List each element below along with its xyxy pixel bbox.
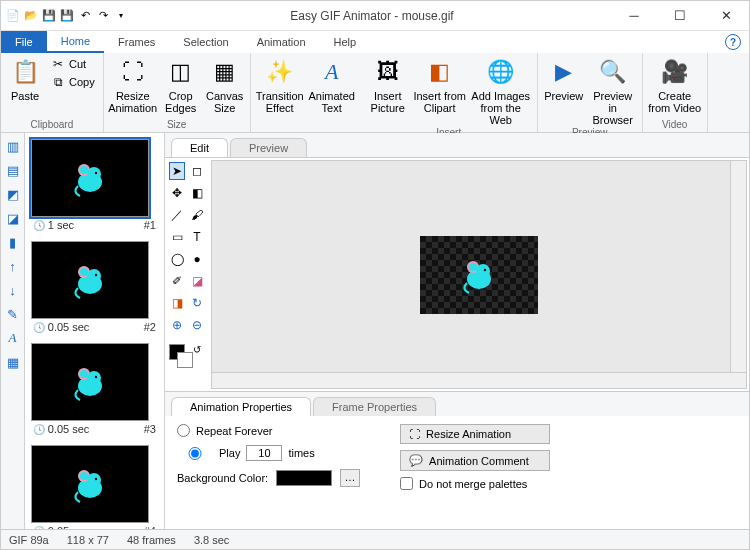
pointer-tool[interactable]: ➤ xyxy=(169,162,185,180)
repeat-forever-radio[interactable]: Repeat Forever xyxy=(177,424,360,437)
copy-icon: ⧉ xyxy=(51,75,65,89)
play-count-input[interactable] xyxy=(246,445,282,461)
transition-effect-button[interactable]: ✨Transition Effect xyxy=(255,56,305,114)
frame-item[interactable]: 0.05 sec#3 xyxy=(31,343,158,435)
qat-open-icon[interactable]: 📂 xyxy=(23,8,39,24)
move-tool[interactable]: ✥ xyxy=(169,184,185,202)
preview-tab[interactable]: Preview xyxy=(230,138,307,157)
wand-icon: ✨ xyxy=(266,58,294,86)
background-swatch[interactable] xyxy=(177,352,193,368)
lefttool-up-icon[interactable]: ↑ xyxy=(4,257,22,275)
tab-home[interactable]: Home xyxy=(47,31,104,53)
horizontal-scrollbar[interactable] xyxy=(212,372,746,388)
comment-icon: 💬 xyxy=(409,454,423,467)
eyedropper-tool[interactable]: ✐ xyxy=(169,272,185,290)
maximize-button[interactable]: ☐ xyxy=(657,1,703,31)
svg-point-9 xyxy=(95,274,97,276)
frame-thumbnail[interactable] xyxy=(31,445,149,523)
frame-index: #3 xyxy=(144,423,156,435)
canvas-frame[interactable] xyxy=(420,236,538,314)
resize-animation-button-2[interactable]: ⛶Resize Animation xyxy=(400,424,550,444)
properties-body: Repeat Forever Play times Background Col… xyxy=(165,416,749,529)
crop-edges-button[interactable]: ◫Crop Edges xyxy=(160,56,202,114)
lefttool-4[interactable]: ◪ xyxy=(4,209,22,227)
preview-browser-button[interactable]: 🔍Preview in Browser xyxy=(588,56,638,126)
bg-swatch[interactable] xyxy=(276,470,332,486)
lefttool-text-icon[interactable]: A xyxy=(4,329,22,347)
fill-tool[interactable]: ● xyxy=(189,250,205,268)
bg-picker-button[interactable]: … xyxy=(340,469,360,487)
lefttool-grid-icon[interactable]: ▦ xyxy=(4,353,22,371)
tab-frames[interactable]: Frames xyxy=(104,31,169,53)
animation-properties-tab[interactable]: Animation Properties xyxy=(171,397,311,416)
zoom-out-tool[interactable]: ⊖ xyxy=(189,316,205,334)
status-dimensions: 118 x 77 xyxy=(67,534,109,546)
frame-thumbnail[interactable] xyxy=(31,241,149,319)
lefttool-edit-icon[interactable]: ✎ xyxy=(4,305,22,323)
edit-tab[interactable]: Edit xyxy=(171,138,228,157)
crop-icon: ◫ xyxy=(167,58,195,86)
tab-selection[interactable]: Selection xyxy=(169,31,242,53)
flip-h-tool[interactable]: ◨ xyxy=(169,294,185,312)
ellipse-tool[interactable]: ◯ xyxy=(169,250,185,268)
color-swatches[interactable]: ↺ xyxy=(169,344,205,370)
frame-thumbnail[interactable] xyxy=(31,343,149,421)
qat-undo-icon[interactable]: ↶ xyxy=(77,8,93,24)
play-n-times-radio[interactable]: Play times xyxy=(177,445,360,461)
copy-button[interactable]: ⧉Copy xyxy=(47,74,99,90)
canvas-viewport[interactable] xyxy=(211,160,747,389)
frame-index: #1 xyxy=(144,219,156,231)
no-merge-palettes-checkbox[interactable]: Do not merge palettes xyxy=(400,477,550,490)
marquee-tool[interactable]: ◻ xyxy=(189,162,205,180)
animation-comment-button[interactable]: 💬Animation Comment xyxy=(400,450,550,471)
menu-tabs: File Home Frames Selection Animation Hel… xyxy=(1,31,749,53)
lefttool-1[interactable]: ▥ xyxy=(4,137,22,155)
copy-label: Copy xyxy=(69,76,95,88)
frame-item[interactable]: 0.05 sec#2 xyxy=(31,241,158,333)
swap-colors-icon[interactable]: ↺ xyxy=(193,344,201,355)
qat-new-icon[interactable]: 📄 xyxy=(5,8,21,24)
cut-button[interactable]: ✂Cut xyxy=(47,56,99,72)
tab-animation[interactable]: Animation xyxy=(243,31,320,53)
qat-dropdown-icon[interactable]: ▾ xyxy=(113,8,129,24)
frame-properties-tab[interactable]: Frame Properties xyxy=(313,397,436,416)
qat-save-icon[interactable]: 💾 xyxy=(41,8,57,24)
rotate-tool[interactable]: ↻ xyxy=(189,294,205,312)
frame-item[interactable]: 0.05 sec#4 xyxy=(31,445,158,529)
vertical-scrollbar[interactable] xyxy=(730,161,746,388)
lefttool-5[interactable]: ▮ xyxy=(4,233,22,251)
minimize-button[interactable]: ─ xyxy=(611,1,657,31)
preview-button[interactable]: ▶Preview xyxy=(542,56,586,102)
zoom-in-tool[interactable]: ⊕ xyxy=(169,316,185,334)
preview-label: Preview xyxy=(544,90,583,102)
insert-clipart-button[interactable]: ◧Insert from Clipart xyxy=(413,56,467,114)
frame-item[interactable]: 1 sec#1 xyxy=(31,139,158,231)
lefttool-down-icon[interactable]: ↓ xyxy=(4,281,22,299)
frame-list[interactable]: 1 sec#10.05 sec#20.05 sec#30.05 sec#4 xyxy=(25,133,165,529)
window-title: Easy GIF Animator - mouse.gif xyxy=(133,9,611,23)
brush-tool[interactable]: 🖌 xyxy=(189,206,205,224)
create-from-video-button[interactable]: 🎥Create from Video xyxy=(647,56,703,114)
tab-help[interactable]: Help xyxy=(320,31,371,53)
insert-picture-button[interactable]: 🖼Insert Picture xyxy=(365,56,411,114)
frame-thumbnail[interactable] xyxy=(31,139,149,217)
video-icon: 🎥 xyxy=(661,58,689,86)
crop-tool[interactable]: ◧ xyxy=(189,184,205,202)
resize-animation-button[interactable]: ⛶Resize Animation xyxy=(108,56,158,114)
text-tool[interactable]: T xyxy=(189,228,205,246)
lefttool-3[interactable]: ◩ xyxy=(4,185,22,203)
close-button[interactable]: ✕ xyxy=(703,1,749,31)
rect-tool[interactable]: ▭ xyxy=(169,228,185,246)
qat-redo-icon[interactable]: ↷ xyxy=(95,8,111,24)
help-icon[interactable]: ? xyxy=(725,34,741,50)
group-effects: ✨Transition Effect AAnimated Text xyxy=(251,53,361,132)
add-images-web-button[interactable]: 🌐Add Images from the Web xyxy=(469,56,533,126)
paste-button[interactable]: 📋 Paste xyxy=(5,56,45,102)
line-tool[interactable]: ／ xyxy=(169,206,185,224)
file-tab[interactable]: File xyxy=(1,31,47,53)
canvas-size-button[interactable]: ▦Canvas Size xyxy=(204,56,246,114)
eraser-tool[interactable]: ◪ xyxy=(189,272,205,290)
qat-saveas-icon[interactable]: 💾 xyxy=(59,8,75,24)
lefttool-2[interactable]: ▤ xyxy=(4,161,22,179)
animated-text-button[interactable]: AAnimated Text xyxy=(307,56,357,114)
